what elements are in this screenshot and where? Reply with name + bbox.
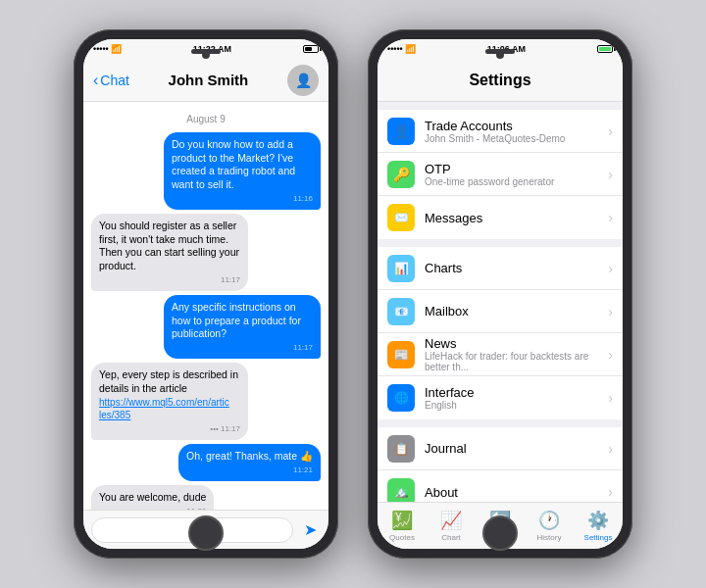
tab-history[interactable]: 🕐 History xyxy=(525,503,574,549)
message-text: You are welcome, dude xyxy=(99,491,206,503)
bubble-in: You should register as a seller first, i… xyxy=(91,214,248,291)
settings-row-about[interactable]: 🏔️ About › xyxy=(378,470,623,502)
tab-quotes[interactable]: 💹 Quotes xyxy=(378,503,427,549)
journal-text: Journal xyxy=(425,441,598,456)
home-button[interactable] xyxy=(482,515,518,551)
row-sublabel: LifeHack for trader: four backtests are … xyxy=(425,351,598,372)
row-label: Mailbox xyxy=(425,304,598,318)
trade-accounts-text: Trade Accounts John Smith - MetaQuotes-D… xyxy=(425,119,598,144)
row-label: Trade Accounts xyxy=(425,119,598,133)
message-6: You are welcome, dude 11:21 xyxy=(91,485,321,510)
message-time: 11:21 xyxy=(186,466,313,475)
settings-body: 👤 Trade Accounts John Smith - MetaQuotes… xyxy=(378,102,623,502)
news-icon: 📰 xyxy=(387,341,415,368)
chat-messages: August 9 Do you know how to add a produc… xyxy=(83,102,328,510)
message-3: Any specific instructions on how to prep… xyxy=(91,295,321,359)
message-text: Oh, great! Thanks, mate 👍 xyxy=(186,450,313,462)
message-text: Any specific instructions on how to prep… xyxy=(172,301,301,339)
date-divider: August 9 xyxy=(91,114,321,124)
chevron-right-icon: › xyxy=(608,123,613,139)
back-label: Chat xyxy=(100,73,129,88)
chevron-right-icon: › xyxy=(608,441,613,457)
bubble-out: Oh, great! Thanks, mate 👍 11:21 xyxy=(178,444,321,481)
messages-text: Messages xyxy=(425,211,598,225)
row-label: About xyxy=(425,485,598,500)
settings-row-charts[interactable]: 📊 Charts › xyxy=(378,247,623,290)
settings-row-otp[interactable]: 🔑 OTP One-time password generator › xyxy=(378,153,623,196)
otp-text: OTP One-time password generator xyxy=(425,162,598,187)
interface-icon: 🌐 xyxy=(387,384,415,412)
settings-row-interface[interactable]: 🌐 Interface English › xyxy=(378,376,623,419)
avatar-placeholder: 👤 xyxy=(295,73,312,88)
message-time: 11:17 xyxy=(172,343,313,353)
chat-contact-name: John Smith xyxy=(137,72,279,88)
chat-title-area: John Smith xyxy=(137,72,279,88)
row-label: Charts xyxy=(425,261,598,275)
tab-chart[interactable]: 📈 Chart xyxy=(427,503,476,549)
send-button[interactable]: ➤ xyxy=(299,519,321,541)
settings-row-news[interactable]: 📰 News LifeHack for trader: four backtes… xyxy=(378,333,623,376)
battery-area xyxy=(597,45,613,53)
row-sublabel: English xyxy=(425,400,598,411)
message-link[interactable]: https://www.mql5.com/en/artic les/385 xyxy=(99,397,229,421)
interface-text: Interface English xyxy=(425,385,598,411)
chevron-right-icon: › xyxy=(608,390,613,406)
message-text: Do you know how to add a product to the … xyxy=(172,138,295,190)
message-time: ••• 11:17 xyxy=(99,424,240,434)
battery-icon xyxy=(303,45,319,53)
chart-icon: 📈 xyxy=(440,510,462,531)
settings-row-trade-accounts[interactable]: 👤 Trade Accounts John Smith - MetaQuotes… xyxy=(378,110,623,153)
quotes-icon: 💹 xyxy=(391,510,413,531)
settings-title: Settings xyxy=(469,72,530,89)
settings-row-mailbox[interactable]: 📧 Mailbox › xyxy=(378,290,623,333)
mailbox-icon: 📧 xyxy=(387,298,415,325)
row-label: OTP xyxy=(425,162,598,176)
battery-icon xyxy=(597,45,613,53)
history-icon: 🕐 xyxy=(538,510,560,531)
charts-icon: 📊 xyxy=(387,255,415,282)
settings-section-2: 📊 Charts › 📧 Mailbox › 📰 xyxy=(378,247,623,419)
battery-level xyxy=(305,47,312,51)
bubble-in: Yep, every step is described in details … xyxy=(91,363,248,440)
chevron-right-icon: › xyxy=(608,210,613,225)
signal-area: ••••• 📶 xyxy=(387,44,416,54)
row-label: Journal xyxy=(425,441,598,456)
row-label: News xyxy=(425,336,598,351)
messages-icon: ✉️ xyxy=(387,204,415,231)
signal-dots: ••••• xyxy=(93,44,109,54)
speaker xyxy=(485,49,515,54)
row-label: Interface xyxy=(425,385,598,400)
message-1: Do you know how to add a product to the … xyxy=(91,132,321,210)
back-button[interactable]: ‹ Chat xyxy=(93,72,129,89)
signal-dots: ••••• xyxy=(387,44,403,54)
message-time: 11:21 xyxy=(99,507,206,510)
message-time: 11:16 xyxy=(172,194,313,204)
chevron-right-icon: › xyxy=(608,484,613,500)
home-button[interactable] xyxy=(188,515,224,551)
bubble-out: Do you know how to add a product to the … xyxy=(164,132,321,210)
about-text: About xyxy=(425,485,598,500)
settings-nav: Settings xyxy=(378,59,623,102)
signal-area: ••••• 📶 xyxy=(93,44,122,54)
news-text: News LifeHack for trader: four backtests… xyxy=(425,336,598,372)
chevron-left-icon: ‹ xyxy=(93,72,98,89)
mailbox-text: Mailbox xyxy=(425,304,598,318)
bubble-in: You are welcome, dude 11:21 xyxy=(91,485,214,510)
message-text: You should register as a seller first, i… xyxy=(99,220,239,271)
left-phone: ••••• 📶 11:22 AM ‹ Chat John Smith xyxy=(74,29,338,559)
battery-level xyxy=(599,47,611,51)
trade-accounts-icon: 👤 xyxy=(387,118,415,145)
tab-settings[interactable]: ⚙️ Settings xyxy=(574,503,623,549)
settings-row-messages[interactable]: ✉️ Messages › xyxy=(378,196,623,239)
charts-text: Charts xyxy=(425,261,598,275)
avatar[interactable]: 👤 xyxy=(287,65,319,96)
chevron-right-icon: › xyxy=(608,347,613,363)
row-sublabel: John Smith - MetaQuotes-Demo xyxy=(425,133,598,144)
message-5: Oh, great! Thanks, mate 👍 11:21 xyxy=(91,444,321,481)
row-label: Messages xyxy=(425,211,598,225)
about-icon: 🏔️ xyxy=(387,478,415,502)
settings-row-journal[interactable]: 📋 Journal › xyxy=(378,427,623,470)
chevron-right-icon: › xyxy=(608,167,613,182)
bubble-out: Any specific instructions on how to prep… xyxy=(164,295,321,359)
tab-label: Quotes xyxy=(389,533,415,542)
